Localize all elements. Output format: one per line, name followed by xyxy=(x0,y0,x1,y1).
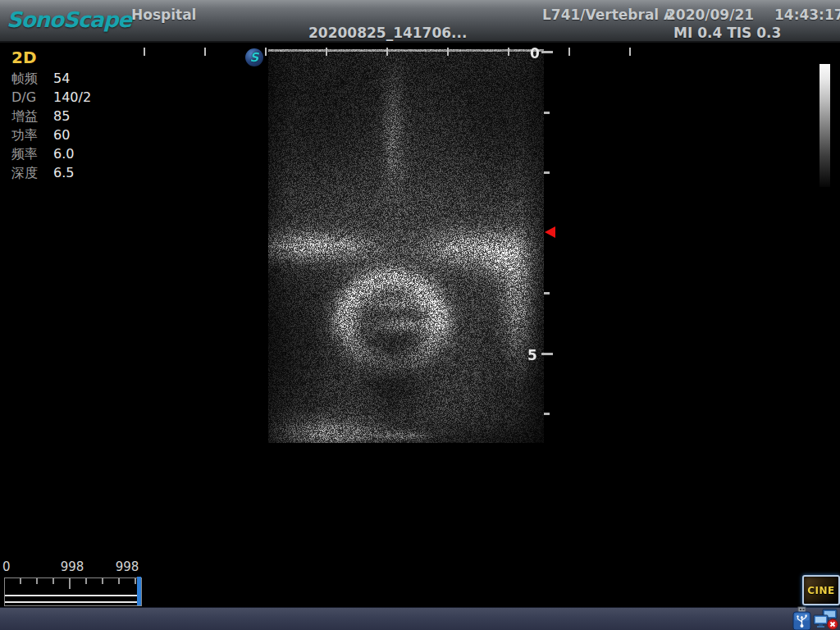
system-date: 2020/09/21 xyxy=(666,7,754,23)
grayscale-bar xyxy=(819,64,830,187)
param-row-power: 功率60 xyxy=(11,127,91,146)
cine-end-frame: 998 xyxy=(112,559,142,574)
param-value: 60 xyxy=(53,127,70,143)
param-label: 深度 xyxy=(11,165,53,182)
param-row-frequency: 频率6.0 xyxy=(11,146,91,165)
probe-preset-label: L741/Vertebral A xyxy=(542,7,674,23)
cine-button-label: CINE xyxy=(807,585,835,596)
network-disconnected-icon[interactable] xyxy=(813,609,839,630)
top-bar: SonoScape Hospital 20200825_141706... L7… xyxy=(0,0,840,43)
mi-tis-readout: MI 0.4 TIS 0.3 xyxy=(673,25,781,41)
system-clock: 14:43:17 xyxy=(774,7,840,23)
cine-position-marker[interactable] xyxy=(137,577,141,605)
param-row-framerate: 帧频54 xyxy=(11,71,91,89)
param-label: 功率 xyxy=(11,127,53,144)
cine-start-frame: 0 xyxy=(2,559,11,574)
brand-logo: SonoScape xyxy=(7,7,131,32)
param-value: 6.5 xyxy=(53,165,74,180)
param-row-dg: D/G140/2 xyxy=(11,89,91,108)
param-value: 6.0 xyxy=(53,146,74,162)
param-row-gain: 增益85 xyxy=(11,108,91,127)
ultrasound-screen: SonoScape Hospital 20200825_141706... L7… xyxy=(0,0,840,630)
param-label: 帧频 xyxy=(11,71,53,88)
usb-device-icon[interactable] xyxy=(792,606,811,630)
sonoscape-s-letter: S xyxy=(250,52,259,64)
cine-loop-bar: 0 998 998 xyxy=(0,558,164,607)
image-parameters-panel: 2D 帧频54 D/G140/2 增益85 功率60 频率6.0 深度6.5 xyxy=(11,48,91,184)
param-value: 54 xyxy=(53,71,70,86)
param-label: 增益 xyxy=(11,108,53,126)
cine-button[interactable]: CINE xyxy=(802,575,840,605)
cine-progress-line xyxy=(5,595,139,603)
param-label: D/G xyxy=(11,89,53,105)
hospital-name: Hospital xyxy=(131,7,196,23)
param-value: 140/2 xyxy=(53,89,91,105)
ultrasound-image xyxy=(268,49,544,443)
sonoscape-s-icon: S xyxy=(245,48,263,66)
width-ruler xyxy=(0,48,840,57)
param-row-depth: 深度6.5 xyxy=(11,165,91,184)
exam-id: 20200825_141706... xyxy=(308,25,467,41)
param-value: 85 xyxy=(53,108,70,124)
param-label: 频率 xyxy=(11,146,53,163)
cine-mid-frame: 998 xyxy=(57,559,87,574)
taskbar xyxy=(0,607,840,630)
cine-ruler xyxy=(4,578,142,606)
focus-position-marker xyxy=(545,226,555,238)
